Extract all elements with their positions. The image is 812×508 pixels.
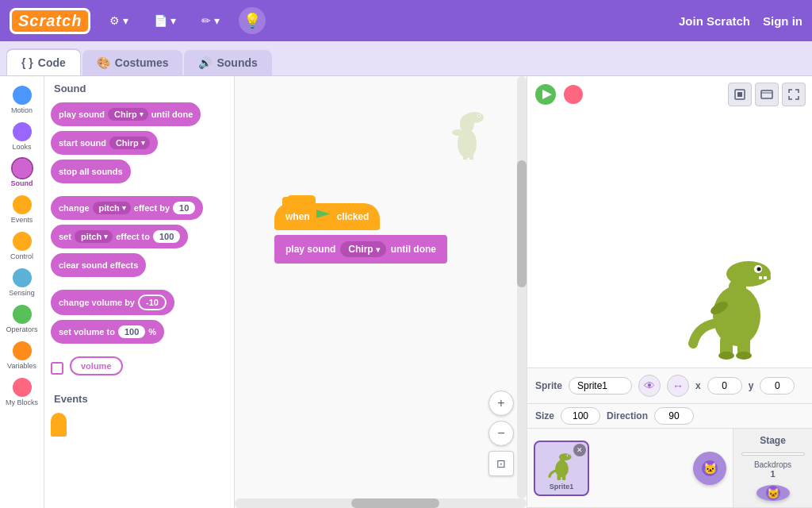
scratch-logo[interactable]: Scratch	[10, 8, 90, 34]
sound-dot	[13, 159, 32, 178]
block-play-sound-until-done[interactable]: play sound Chirp until done	[51, 102, 201, 126]
tips-button[interactable]: 💡	[239, 7, 266, 34]
stop-button[interactable]	[564, 85, 583, 104]
blocks-panel: Sound play sound Chirp until done start …	[44, 76, 235, 508]
block-set-pitch[interactable]: set pitch effect to 100	[51, 225, 188, 248]
y-label: y	[749, 380, 754, 391]
control-dot	[13, 232, 32, 251]
nav-menu-pencil[interactable]: ✏ ▾	[195, 11, 226, 30]
stage-thumbnail[interactable]	[741, 452, 805, 456]
sidebar-item-events[interactable]: Events	[2, 192, 42, 227]
script-area[interactable]: when clicked play sound Chirp until done…	[235, 76, 527, 508]
document-icon: 📄	[154, 14, 167, 27]
block-pitch-dropdown-1[interactable]: pitch	[93, 202, 131, 214]
svg-point-31	[558, 453, 571, 460]
y-input[interactable]	[760, 377, 795, 394]
zoom-controls: + − ⊡	[488, 391, 514, 476]
svg-point-3	[465, 112, 484, 123]
stage-sprite-dino	[685, 233, 788, 360]
block-pitch-dropdown-2[interactable]: pitch	[75, 230, 113, 243]
sidebar-item-operators[interactable]: Operators	[2, 302, 42, 337]
tab-sounds[interactable]: 🔊 Sounds	[184, 50, 271, 75]
tab-bar: { } Code 🎨 Costumes 🔊 Sounds	[0, 41, 812, 76]
block-volume-reporter[interactable]: volume	[70, 356, 123, 375]
add-backdrop-button[interactable]: 🐱	[756, 485, 790, 501]
volume-checkbox[interactable]	[51, 362, 63, 375]
sound-label: Sound	[11, 179, 33, 187]
sidebar-item-sound[interactable]: Sound	[2, 156, 42, 190]
x-label: x	[695, 380, 701, 391]
stage-small-view-button[interactable]	[728, 83, 752, 106]
stage-sidebar-title: Stage	[760, 435, 786, 446]
block-sound-dropdown-1[interactable]: Chirp	[108, 108, 148, 121]
vscroll-thumb[interactable]	[517, 160, 527, 287]
sidebar-item-control[interactable]: Control	[2, 229, 42, 264]
svg-point-9	[452, 129, 465, 136]
script-hat-block[interactable]: when clicked	[274, 203, 380, 230]
sign-in-link[interactable]: Sign in	[763, 14, 802, 28]
backdrops-label: Backdrops	[754, 460, 791, 469]
hat-when-label: when	[285, 211, 310, 222]
stage-normal-view-button[interactable]	[755, 83, 779, 106]
add-sprite-button[interactable]: 🐱	[693, 452, 726, 485]
script-horizontal-scrollbar[interactable]	[235, 498, 527, 508]
svg-rect-35	[561, 475, 565, 480]
block-change-pitch[interactable]: change pitch effect by 10	[51, 196, 203, 220]
join-scratch-link[interactable]: Join Scratch	[679, 14, 750, 28]
block-change-volume[interactable]: change volume by -10	[51, 290, 174, 315]
sidebar-item-sensing[interactable]: Sensing	[2, 265, 42, 300]
script-sound-dropdown[interactable]: Chirp	[340, 241, 385, 257]
sidebar-item-looks[interactable]: Looks	[2, 119, 42, 154]
block-set-volume[interactable]: set volume to 100 %	[51, 320, 164, 344]
sprite-delete-button[interactable]: ✕	[573, 444, 586, 456]
block-events-partial[interactable]	[51, 413, 67, 437]
sidebar-item-variables[interactable]: Variables	[2, 338, 42, 373]
costumes-icon: 🎨	[97, 56, 110, 69]
sidebar-item-motion[interactable]: Motion	[2, 83, 42, 117]
zoom-in-button[interactable]: +	[488, 391, 514, 416]
looks-dot	[13, 122, 32, 141]
sprite-info-bar: Sprite 👁 ↔ x y	[527, 368, 812, 404]
zoom-out-button[interactable]: −	[488, 421, 514, 446]
block-clear-effects[interactable]: clear sound effects	[51, 253, 146, 277]
block-pitch-set-value[interactable]: 100	[153, 230, 180, 243]
ghost-sprite-preview	[439, 100, 487, 160]
add-backdrop-icon: 🐱	[765, 485, 781, 501]
block-volume-set-value[interactable]: 100	[118, 325, 145, 338]
fit-screen-button[interactable]: ⊡	[488, 451, 514, 476]
block-start-sound[interactable]: start sound Chirp	[51, 131, 158, 155]
sprite-list-area: ✕ Sprite1	[527, 429, 812, 508]
myblocks-label: My Blocks	[6, 398, 38, 406]
right-panel: Sprite 👁 ↔ x y Size Direction ✕	[527, 76, 812, 508]
hat-clicked-label: clicked	[337, 211, 370, 222]
sprite-flip-button[interactable]: ↔	[667, 375, 689, 397]
nav-menu-file[interactable]: ⚙ ▾	[103, 11, 135, 30]
sidebar-item-myblocks[interactable]: My Blocks	[2, 375, 42, 410]
green-flag-button[interactable]	[534, 83, 557, 106]
nav-menu-edit[interactable]: 📄 ▾	[147, 11, 182, 30]
variables-dot	[13, 341, 32, 360]
script-vertical-scrollbar[interactable]	[517, 76, 527, 498]
block-sound-dropdown-2[interactable]: Chirp	[109, 137, 150, 149]
block-stop-sounds[interactable]: stop all sounds	[51, 160, 131, 183]
block-volume-change-value[interactable]: -10	[138, 294, 167, 310]
block-pitch-value[interactable]: 10	[173, 202, 195, 214]
sprite-thumb-name: Sprite1	[550, 483, 574, 491]
size-input[interactable]	[561, 407, 600, 425]
scrollbar-thumb[interactable]	[351, 498, 439, 508]
sprite-name-input[interactable]	[569, 377, 632, 394]
stage-canvas	[527, 76, 812, 368]
direction-input[interactable]	[654, 407, 694, 425]
tab-code[interactable]: { } Code	[6, 48, 81, 75]
svg-point-27	[718, 352, 734, 360]
operators-label: Operators	[6, 325, 37, 333]
script-block-stack: when clicked play sound Chirp until done	[274, 203, 447, 264]
tab-costumes[interactable]: 🎨 Costumes	[82, 50, 183, 75]
sprite-show-button[interactable]: 👁	[638, 375, 661, 397]
sprite-thumb-sprite1[interactable]: ✕ Sprite1	[534, 441, 589, 496]
stage-fullscreen-button[interactable]	[782, 83, 806, 106]
x-input[interactable]	[707, 377, 742, 394]
motion-dot	[13, 86, 32, 105]
blocks-panel-title: Sound	[51, 83, 228, 94]
script-play-sound-block[interactable]: play sound Chirp until done	[274, 235, 447, 264]
